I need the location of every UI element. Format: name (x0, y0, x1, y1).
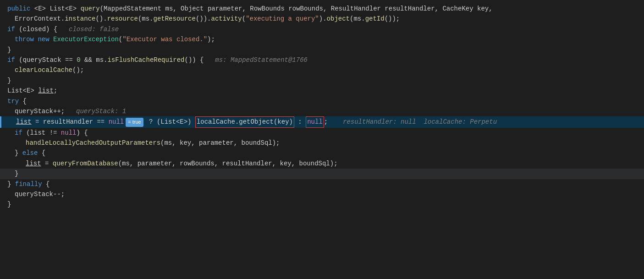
inline-value-closed: closed: false (61, 24, 119, 34)
token: "Executor was closed." (122, 34, 207, 44)
token: "executing a query" (246, 14, 319, 24)
token: list (26, 159, 41, 169)
token: (queryStack == (19, 55, 77, 65)
code-line-11: queryStack++; queryStack: 1 (0, 106, 644, 116)
token: (ms, key, parameter, boundSql); (160, 138, 280, 148)
token: (list != (26, 128, 61, 138)
token: = (41, 159, 53, 169)
token: ? (List<E>) (145, 117, 195, 127)
inline-value-querystack: queryStack: 1 (68, 106, 126, 116)
token: (ms. (350, 14, 365, 24)
token: localCache.getObject(key) (195, 116, 294, 127)
token: public (7, 4, 34, 14)
token: (ms, parameter, rowBounds, resultHandler… (118, 159, 338, 169)
code-line-15: } else { (0, 148, 644, 158)
code-line-9: List<E> list; (0, 86, 644, 96)
code-line-18: } finally { (0, 179, 644, 189)
code-editor: public <E> List<E> query(MappedStatement… (0, 0, 644, 279)
token: } (7, 179, 15, 189)
token: queryFromDatabase (53, 159, 118, 169)
token: } (15, 148, 22, 158)
token: null (306, 116, 324, 127)
code-line-4: throw new ExecutorException("Executor wa… (0, 34, 644, 44)
token: resource (107, 14, 138, 24)
token: ErrorContext. (15, 14, 65, 24)
code-line-5: } (0, 45, 644, 55)
token: ExecutorException (53, 34, 119, 44)
token: ()). (196, 14, 211, 24)
token: } (7, 76, 11, 86)
code-line-17: } (0, 169, 644, 179)
token: : (294, 117, 306, 127)
token: throw (15, 34, 38, 44)
token: if (7, 24, 19, 34)
token: { (46, 179, 50, 189)
code-line-12-active: list = resultHandler == null= true ? (Li… (0, 116, 644, 127)
token: (MappedStatement ms, Object parameter, R… (100, 4, 493, 14)
token: else (22, 148, 42, 158)
token: ); (207, 34, 215, 44)
code-line-10: try { (0, 96, 644, 106)
inline-value-ms: ms: MappedStatement@1766 (208, 55, 308, 65)
token: ( (242, 14, 246, 24)
code-line-2: ErrorContext.instance().resource(ms.getR… (0, 14, 644, 24)
token: ()) { (185, 55, 204, 65)
token: getId (365, 14, 385, 24)
token: ( (119, 34, 122, 44)
token: (); (72, 65, 84, 75)
code-line-20: } (0, 199, 644, 209)
token: object (327, 14, 350, 24)
token: new (38, 34, 53, 44)
token: ) { (76, 128, 88, 138)
token: try (7, 96, 23, 106)
token: isFlushCacheRequired (107, 55, 184, 65)
token: list (16, 117, 32, 127)
code-line-14: handleLocallyCachedOutputParameters(ms, … (0, 138, 644, 148)
token: } (7, 199, 11, 209)
token: { (42, 148, 45, 158)
token: clearLocalCache (15, 65, 72, 75)
null-badge: = true (126, 118, 143, 127)
token: List<E> (7, 86, 38, 96)
code-line-16: list = queryFromDatabase(ms, parameter, … (0, 159, 644, 169)
code-line-13: if (list != null) { (0, 128, 644, 138)
code-line-8: } (0, 76, 644, 86)
token: } (7, 45, 11, 55)
code-line-7: clearLocalCache(); (0, 65, 644, 75)
token: ; (54, 86, 57, 96)
token: ; (324, 117, 328, 127)
code-line-19: queryStack--; (0, 189, 644, 199)
token: { (23, 96, 27, 106)
token: query (81, 4, 100, 14)
token: queryStack++; (15, 106, 65, 116)
token: = resultHandler == (32, 117, 109, 127)
token: ()); (385, 14, 400, 24)
token: (ms. (138, 14, 154, 24)
token: (closed) { (19, 24, 57, 34)
code-line-1: public <E> List<E> query(MappedStatement… (0, 4, 644, 14)
token: list (38, 86, 54, 96)
token: if (7, 55, 19, 65)
code-line-6: if (queryStack == 0 && ms.isFlushCacheRe… (0, 55, 644, 65)
token: null (109, 117, 124, 127)
token: handleLocallyCachedOutputParameters (26, 138, 160, 148)
token: && ms. (81, 55, 108, 65)
token: activity (211, 14, 242, 24)
token: 0 (77, 55, 80, 65)
token: ). (319, 14, 327, 24)
token: } (15, 169, 18, 179)
token: instance (65, 14, 95, 24)
token: getResource (153, 14, 195, 24)
token: <E> List<E> (34, 4, 81, 14)
token: null (61, 128, 77, 138)
token: queryStack--; (15, 189, 65, 199)
debug-info: resultHandler: null localCache: Perpetu (335, 117, 497, 127)
token: if (15, 128, 26, 138)
token: (). (95, 14, 107, 24)
token: finally (15, 179, 46, 189)
code-line-3: if (closed) { closed: false (0, 24, 644, 34)
